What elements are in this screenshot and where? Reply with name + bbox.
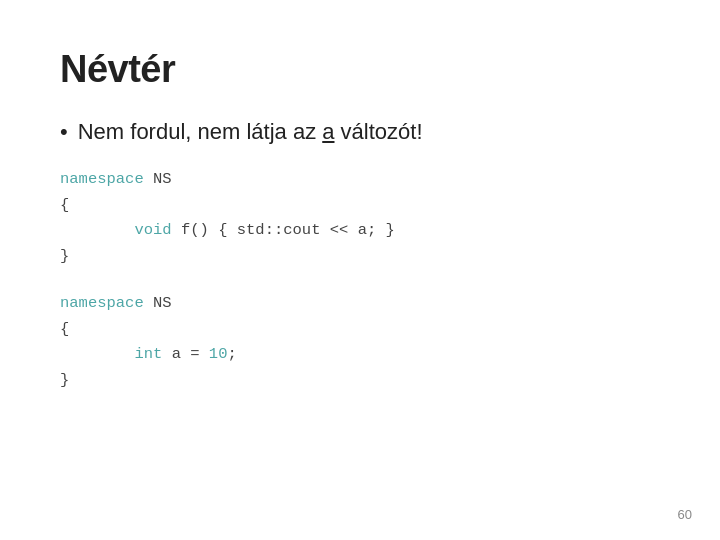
code-line-brace2: { bbox=[60, 317, 660, 343]
code-plain-int2: ; bbox=[227, 345, 236, 363]
bullet-text-underline: a bbox=[322, 119, 334, 144]
code-indent-2 bbox=[60, 345, 134, 363]
code-line-ns2: namespace NS bbox=[60, 291, 660, 317]
code-plain-brace1: { bbox=[60, 196, 69, 214]
bullet-text-before: Nem fordul, nem látja az bbox=[78, 119, 323, 144]
code-plain-cbrace2: } bbox=[60, 371, 69, 389]
code-indent-1 bbox=[60, 221, 134, 239]
bullet-point: • Nem fordul, nem látja az a változót! bbox=[60, 119, 660, 145]
bullet-text: Nem fordul, nem látja az a változót! bbox=[78, 119, 423, 145]
page-number: 60 bbox=[678, 507, 692, 522]
code-plain-brace2: { bbox=[60, 320, 69, 338]
keyword-namespace-1: namespace bbox=[60, 170, 144, 188]
keyword-void: void bbox=[134, 221, 171, 239]
code-line-int: int a = 10; bbox=[60, 342, 660, 368]
code-line-cbrace2: } bbox=[60, 368, 660, 394]
code-plain-ns2: NS bbox=[144, 294, 172, 312]
bullet-dot: • bbox=[60, 119, 68, 145]
keyword-int: int bbox=[134, 345, 162, 363]
code-number-10: 10 bbox=[209, 345, 228, 363]
code-line-cbrace1: } bbox=[60, 244, 660, 270]
code-line-ns1: namespace NS bbox=[60, 167, 660, 193]
keyword-namespace-2: namespace bbox=[60, 294, 144, 312]
bullet-text-after: változót! bbox=[335, 119, 423, 144]
code-line-brace1: { bbox=[60, 193, 660, 219]
slide-title: Névtér bbox=[60, 48, 660, 91]
code-plain-int1: a = bbox=[162, 345, 209, 363]
code-line-void: void f() { std::cout << a; } bbox=[60, 218, 660, 244]
code-block-2: namespace NS { int a = 10; } bbox=[60, 291, 660, 393]
code-plain-cbrace1: } bbox=[60, 247, 69, 265]
code-plain-ns1: NS bbox=[144, 170, 172, 188]
code-plain-void: f() { std::cout << a; } bbox=[172, 221, 395, 239]
slide-container: Névtér • Nem fordul, nem látja az a vált… bbox=[0, 0, 720, 540]
code-block-1: namespace NS { void f() { std::cout << a… bbox=[60, 167, 660, 269]
